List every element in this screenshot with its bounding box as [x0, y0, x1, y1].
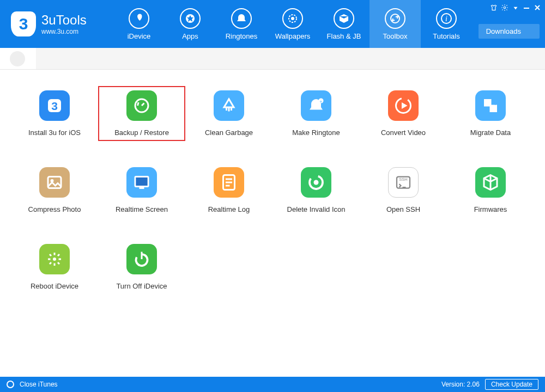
tool-label: Delete Invalid Icon [287, 205, 346, 213]
nav-ringtones[interactable]: Ringtones [216, 0, 267, 48]
close-itunes-icon [7, 381, 14, 388]
device-bar-spacer [36, 48, 545, 69]
shirt-icon[interactable] [488, 2, 499, 13]
nav-label: Ringtones [226, 32, 258, 40]
nav-label: Tutorials [433, 32, 459, 40]
log-icon [214, 167, 244, 198]
svg-rect-17 [48, 177, 61, 188]
svg-text:+: + [319, 99, 322, 105]
svg-marker-14 [402, 102, 408, 109]
app-title: 3uTools [41, 13, 87, 28]
svg-point-2 [291, 17, 294, 20]
window-controls [488, 2, 543, 13]
tool-label: Realtime Screen [116, 205, 168, 213]
nav-label: Flash & JB [327, 32, 361, 40]
clean-icon [214, 90, 244, 121]
app-header: 3 3uTools www.3u.com iDeviceAppsRingtone… [0, 0, 545, 48]
backup-icon [126, 90, 157, 121]
nav-icon [282, 8, 303, 29]
tool-power[interactable]: Turn Off iDevice [98, 240, 185, 295]
svg-rect-20 [136, 177, 148, 186]
tool-label: Clean Garbage [205, 128, 253, 137]
main-nav: iDeviceAppsRingtonesWallpapersFlash & JB… [113, 0, 472, 48]
photo-icon [39, 167, 70, 198]
nav-icon [334, 8, 354, 29]
tool-label: Open SSH [386, 205, 420, 213]
nav-icon [180, 8, 201, 29]
migrate-icon [475, 90, 506, 121]
tool-label: Make Ringtone [292, 128, 340, 137]
svg-rect-29 [141, 252, 143, 260]
settings-icon[interactable] [499, 2, 510, 13]
tool-clean[interactable]: Clean Garbage [185, 86, 272, 141]
svg-text:i: i [445, 15, 447, 23]
tool-ringtone[interactable]: +Make Ringtone [272, 86, 360, 141]
logo-block: 3 3uTools www.3u.com [0, 0, 113, 48]
check-update-button[interactable]: Check Update [485, 379, 538, 390]
tool-label: Realtime Log [208, 205, 250, 213]
convert-icon [388, 90, 419, 121]
ssh-icon: SSH [388, 167, 419, 198]
close-button[interactable] [532, 2, 543, 13]
tool-ssh[interactable]: SSHOpen SSH [360, 163, 447, 218]
svg-point-24 [314, 180, 319, 185]
download-icon [525, 28, 532, 35]
nav-label: Wallpapers [275, 32, 311, 40]
svg-point-27 [53, 258, 56, 261]
nav-label: iDevice [128, 32, 151, 40]
tool-photo[interactable]: Compress Photo [11, 163, 98, 218]
nav-icon [385, 8, 405, 29]
tool-label: Compress Photo [28, 205, 81, 213]
nav-label: Apps [182, 32, 198, 40]
tool-screen[interactable]: Realtime Screen [98, 163, 185, 218]
tool-label: Convert Video [381, 128, 426, 137]
downloads-label: Downloads [486, 27, 521, 35]
tool-grid: 3Install 3u for iOSBackup / RestoreClean… [11, 86, 534, 295]
nav-tutorials[interactable]: iTutorials [421, 0, 472, 48]
svg-point-3 [391, 14, 399, 23]
nav-toolbox[interactable]: Toolbox [370, 0, 421, 48]
tool-label: Reboot iDevice [31, 282, 78, 290]
delicon-icon [301, 167, 331, 198]
firmware-icon [475, 167, 506, 198]
minimize-button[interactable] [521, 2, 532, 13]
svg-text:3: 3 [51, 100, 58, 112]
tool-label: Migrate Data [470, 128, 511, 137]
tool-backup[interactable]: Backup / Restore [98, 86, 185, 141]
tool-label: Install 3u for iOS [28, 128, 81, 137]
app-site: www.3u.com [41, 28, 87, 35]
logo-icon: 3 [11, 11, 36, 36]
power-icon [126, 244, 157, 274]
tool-convert[interactable]: Convert Video [360, 86, 447, 141]
device-status-icon [10, 51, 25, 66]
nav-idevice[interactable]: iDevice [113, 0, 165, 48]
ringtone-icon: + [301, 90, 331, 121]
nav-wallpapers[interactable]: Wallpapers [267, 0, 318, 48]
tool-migrate[interactable]: Migrate Data [447, 86, 534, 141]
nav-flash-jb[interactable]: Flash & JB [318, 0, 370, 48]
tool-delicon[interactable]: Delete Invalid Icon [272, 163, 360, 218]
nav-label: Toolbox [383, 32, 408, 40]
downloads-button[interactable]: Downloads [479, 24, 540, 39]
tool-label: Turn Off iDevice [116, 282, 167, 290]
svg-rect-16 [490, 105, 498, 113]
tool-label: Firmwares [474, 205, 507, 213]
svg-rect-21 [140, 187, 144, 189]
nav-apps[interactable]: Apps [165, 0, 216, 48]
toolbox-panel: 3Install 3u for iOSBackup / RestoreClean… [0, 70, 545, 377]
svg-point-6 [504, 7, 506, 9]
close-itunes-button[interactable]: Close iTunes [20, 381, 58, 388]
device-bar [0, 48, 545, 70]
tool-reboot[interactable]: Reboot iDevice [11, 240, 98, 295]
pin-icon[interactable] [510, 2, 521, 13]
status-bar: Close iTunes Version: 2.06 Check Update [0, 377, 545, 392]
tool-install3u[interactable]: 3Install 3u for iOS [11, 86, 98, 141]
install3u-icon: 3 [39, 90, 70, 121]
svg-text:SSH: SSH [399, 177, 407, 182]
nav-icon: i [436, 8, 457, 29]
svg-rect-7 [524, 8, 529, 9]
nav-icon [129, 8, 149, 29]
tool-log[interactable]: Realtime Log [185, 163, 272, 218]
nav-icon [231, 8, 252, 29]
tool-firmware[interactable]: Firmwares [447, 163, 534, 218]
